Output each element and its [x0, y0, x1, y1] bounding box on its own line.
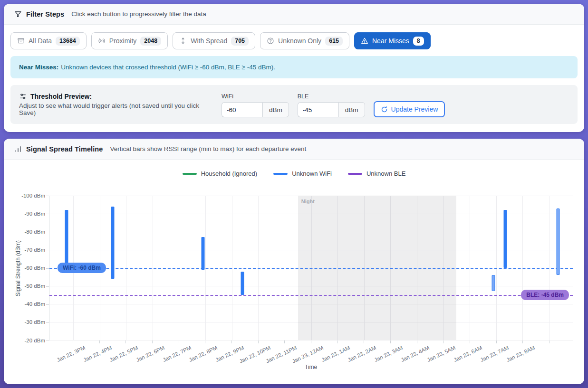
x-tick-label: Jan 22, 8PM [188, 345, 219, 363]
x-tick-mark [337, 341, 338, 343]
filter-steps-subtitle: Click each button to progressively filte… [71, 10, 206, 18]
x-tick-mark [390, 341, 391, 343]
filter-button-count: 615 [325, 37, 343, 46]
rssi-range-bar-4[interactable] [241, 272, 244, 295]
night-band-label: Night [298, 196, 315, 204]
x-tick-label: Jan 23, 8AM [506, 345, 536, 363]
y-tick-label: -70 dBm [5, 247, 45, 253]
rssi-range-bar-3[interactable] [201, 237, 204, 269]
filter-button-count: 13684 [56, 37, 80, 46]
filter-button-unknown-only[interactable]: Unknown Only615 [260, 32, 349, 49]
y-tick-mark [46, 341, 49, 341]
filter-steps-card: Filter Steps Click each button to progre… [4, 4, 584, 132]
x-tick-mark [364, 341, 364, 343]
rssi-range-bar-7[interactable] [557, 208, 560, 275]
wifi-threshold-line [49, 268, 573, 269]
signal-spread-card: Signal Spread Timeline Vertical bars sho… [4, 139, 584, 384]
ble-threshold-line [49, 295, 573, 296]
x-tick-mark [152, 341, 153, 343]
filter-button-near-misses[interactable]: Near Misses8 [354, 32, 431, 49]
legend-swatch [273, 173, 288, 175]
filter-steps-header: Filter Steps Click each button to progre… [4, 4, 584, 25]
x-tick-mark [284, 341, 285, 343]
y-tick-label: -20 dBm [5, 338, 45, 343]
question-circle-icon [267, 37, 274, 45]
filter-button-all-data[interactable]: All Data13684 [10, 32, 87, 49]
filter-button-label: With Spread [191, 37, 227, 45]
x-tick-label: Jan 22, 6PM [135, 345, 166, 363]
filter-button-count: 705 [231, 37, 249, 46]
wifi-threshold-group: WiFi dBm [222, 93, 289, 117]
rssi-range-bar-2[interactable] [111, 207, 115, 279]
wifi-threshold-pill: WiFi: -60 dBm [58, 263, 106, 273]
update-preview-label: Update Preview [391, 105, 438, 113]
filter-button-label: Proximity [109, 37, 137, 45]
chart-plot-area: NightWiFi: -60 dBmBLE: -45 dBm [49, 196, 573, 341]
y-tick-label: -30 dBm [5, 319, 45, 325]
y-tick-label: -50 dBm [5, 283, 45, 289]
x-tick-mark [522, 341, 523, 343]
legend-swatch [183, 173, 197, 175]
y-tick-label: -60 dBm [5, 265, 45, 271]
filter-button-count: 8 [413, 37, 424, 46]
x-axis-title: Time [305, 364, 317, 370]
sliders-icon [19, 93, 27, 100]
filter-button-with-spread[interactable]: With Spread705 [173, 32, 255, 49]
rssi-range-bar-5[interactable] [492, 275, 495, 291]
archive-icon [17, 37, 25, 45]
x-tick-mark [549, 341, 549, 343]
x-tick-mark [205, 341, 205, 343]
refresh-icon [381, 106, 388, 113]
near-misses-banner-title: Near Misses: [19, 64, 58, 71]
x-tick-mark [231, 341, 232, 343]
warning-triangle-icon [361, 37, 368, 45]
filter-button-label: All Data [29, 37, 52, 45]
x-tick-label: Jan 23, 6AM [453, 345, 483, 363]
near-misses-banner: Near Misses:Unknown devices that crossed… [10, 56, 578, 78]
x-tick-label: Jan 23, 1AM [320, 345, 351, 363]
ble-unit-suffix: dBm [338, 102, 365, 117]
update-preview-button[interactable]: Update Preview [374, 101, 445, 117]
filter-steps-title: Filter Steps [26, 10, 64, 18]
legend-item-unknown-wifi[interactable]: Unknown WiFi [273, 170, 332, 177]
legend-label: Household (Ignored) [201, 170, 258, 177]
signal-spread-header: Signal Spread Timeline Vertical bars sho… [4, 139, 584, 160]
wifi-threshold-input[interactable] [222, 102, 262, 117]
ble-threshold-input[interactable] [298, 102, 338, 117]
x-tick-label: Jan 22, 5PM [109, 345, 139, 363]
x-tick-label: Jan 23, 3AM [373, 345, 404, 363]
wifi-unit-suffix: dBm [262, 102, 289, 117]
x-tick-label: Jan 23, 7AM [479, 345, 510, 363]
x-tick-mark [99, 341, 100, 343]
threshold-preview-text: Threshold Preview: Adjust to see what wo… [19, 93, 213, 116]
legend-item-household-ignored[interactable]: Household (Ignored) [183, 170, 258, 177]
filter-button-label: Unknown Only [278, 37, 321, 45]
threshold-preview-box: Threshold Preview: Adjust to see what wo… [10, 85, 578, 124]
ble-threshold-label: BLE [298, 93, 365, 100]
y-gridline [49, 340, 573, 341]
x-tick-mark [417, 341, 417, 343]
x-tick-label: Jan 22, 4PM [82, 345, 113, 363]
bar-chart-icon [14, 145, 22, 153]
filter-funnel-icon [14, 10, 22, 18]
rssi-range-bar-6[interactable] [504, 210, 507, 268]
filter-buttons-row: All Data13684Proximity2048With Spread705… [10, 32, 578, 49]
y-axis-title: Signal Strength (dBm) [15, 240, 21, 296]
legend-label: Unknown BLE [366, 170, 405, 177]
filter-button-proximity[interactable]: Proximity2048 [91, 32, 168, 49]
x-tick-mark [470, 341, 470, 343]
ble-threshold-pill: BLE: -45 dBm [521, 290, 569, 300]
legend-label: Unknown WiFi [292, 170, 332, 177]
threshold-preview-title: Threshold Preview: [30, 93, 92, 100]
filter-button-count: 2048 [140, 37, 161, 46]
signal-spread-title: Signal Spread Timeline [26, 145, 103, 153]
x-tick-mark [258, 341, 259, 343]
wifi-threshold-label: WiFi [222, 93, 289, 100]
x-tick-label: Jan 22, 3PM [56, 345, 87, 363]
legend-item-unknown-ble[interactable]: Unknown BLE [348, 170, 405, 177]
x-tick-mark [496, 341, 497, 343]
x-tick-label: Jan 23, 4AM [400, 345, 430, 363]
signal-spread-subtitle: Vertical bars show RSSI range (min to ma… [110, 145, 306, 152]
ble-threshold-group: BLE dBm [298, 93, 365, 117]
x-tick-label: Jan 22, 7PM [162, 345, 192, 363]
